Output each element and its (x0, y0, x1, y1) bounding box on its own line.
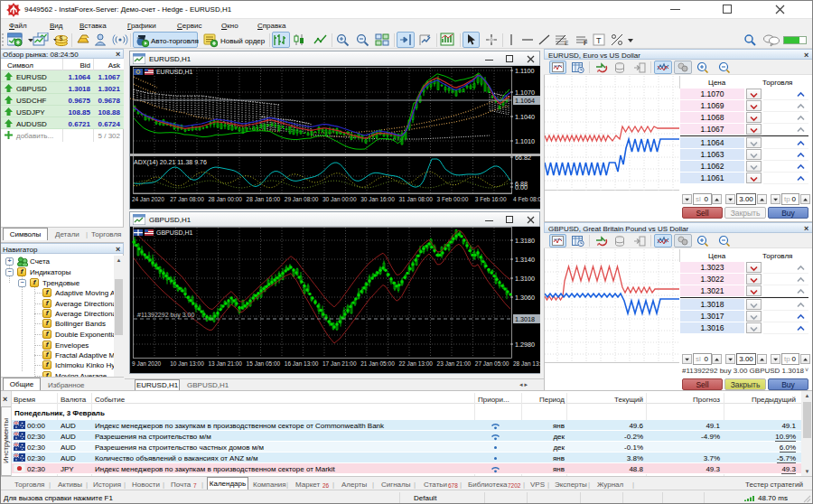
svg-text:1.1100: 1.1100 (515, 67, 534, 75)
svg-text:1.1064: 1.1064 (515, 97, 535, 105)
svg-text:3 Feb 00:00: 3 Feb 00:00 (437, 196, 469, 202)
svg-text:4 Feb 08:00: 4 Feb 08:00 (513, 196, 540, 202)
svg-text:#11392292 buy 3.00: #11392292 buy 3.00 (137, 312, 194, 319)
svg-text:0.00: 0.00 (515, 183, 528, 191)
svg-text:29 Jan 08:00: 29 Jan 08:00 (285, 196, 319, 202)
svg-text:28 Jan 00:00: 28 Jan 00:00 (208, 196, 242, 202)
svg-text:E: E (565, 40, 569, 46)
svg-text:1.1040: 1.1040 (515, 113, 535, 121)
svg-text:24 Jan 2020: 24 Jan 2020 (132, 196, 164, 202)
svg-text:1.3100: 1.3100 (515, 275, 535, 283)
svg-text:F: F (584, 40, 588, 46)
svg-text:16 Jan 13:00: 16 Jan 13:00 (285, 360, 319, 367)
svg-text:28 Jan 16:00: 28 Jan 16:00 (247, 196, 281, 202)
svg-text:28 Jan 13:00: 28 Jan 13:00 (513, 360, 540, 367)
svg-text:1.3018: 1.3018 (515, 315, 535, 323)
svg-text:13 Jan 21:00: 13 Jan 21:00 (208, 360, 242, 367)
svg-text:15 Jan 05:00: 15 Jan 05:00 (247, 360, 281, 367)
svg-text:21 Jan 05:00: 21 Jan 05:00 (360, 360, 395, 367)
svg-text:$: $ (60, 35, 63, 42)
svg-text:1.3180: 1.3180 (515, 237, 535, 245)
svg-text:31 Jan 08:00: 31 Jan 08:00 (398, 196, 433, 202)
svg-text:3 Feb 16:00: 3 Feb 16:00 (475, 196, 507, 202)
svg-text:22 Jan 13:00: 22 Jan 13:00 (398, 360, 433, 367)
svg-text:27 Jan 08:00: 27 Jan 08:00 (170, 196, 204, 202)
svg-text:30 Jan 00:00: 30 Jan 00:00 (322, 196, 357, 202)
svg-text:17 Jan 21:00: 17 Jan 21:00 (322, 360, 357, 367)
svg-text:10 Jan 13:00: 10 Jan 13:00 (170, 360, 204, 367)
svg-text:1.1070: 1.1070 (515, 89, 535, 97)
svg-text:T: T (596, 36, 602, 45)
svg-text:1.3060: 1.3060 (515, 294, 535, 302)
svg-text:30 Jan 16:00: 30 Jan 16:00 (360, 196, 395, 202)
svg-text:1.3140: 1.3140 (515, 256, 535, 264)
svg-text:66.82: 66.82 (515, 154, 531, 162)
svg-text:1.2980: 1.2980 (515, 341, 535, 349)
svg-text:27 Jan 05:00: 27 Jan 05:00 (475, 360, 509, 367)
svg-text:23 Jan 21:00: 23 Jan 21:00 (437, 360, 472, 367)
svg-text:1.1010: 1.1010 (515, 137, 535, 145)
svg-text:9 Jan 2020: 9 Jan 2020 (132, 360, 162, 367)
